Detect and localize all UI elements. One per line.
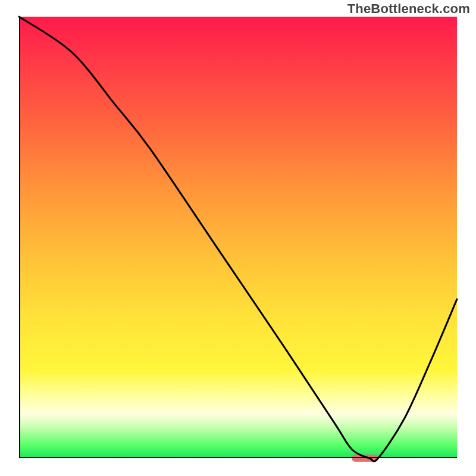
- watermark-text: TheBottleneck.com: [347, 1, 470, 17]
- chart-container: TheBottleneck.com: [0, 0, 476, 476]
- plot-area: [19, 17, 457, 458]
- bottleneck-curve: [19, 17, 457, 458]
